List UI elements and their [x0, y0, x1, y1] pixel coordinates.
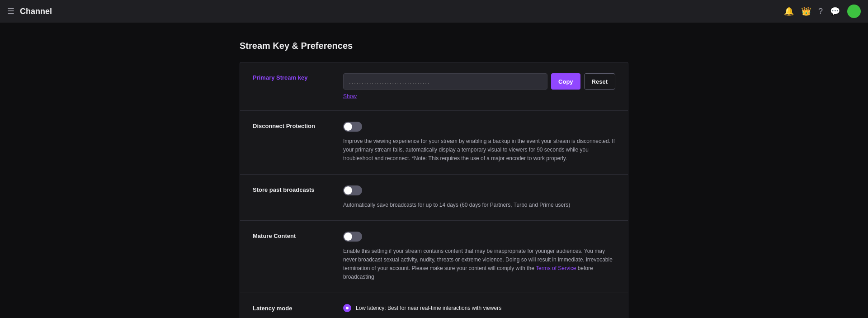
chat-icon[interactable]: 💬	[830, 6, 840, 16]
disconnect-toggle-wrapper	[343, 122, 615, 132]
disconnect-protection-description: Improve the viewing experience for your …	[343, 137, 615, 163]
store-past-broadcasts-label-col: Store past broadcasts	[253, 185, 343, 209]
store-past-broadcasts-content: Automatically save broadcasts for up to …	[343, 185, 615, 209]
latency-mode-label-col: Latency mode	[253, 304, 343, 318]
crown-icon[interactable]: 👑	[801, 6, 811, 16]
store-past-broadcasts-label: Store past broadcasts	[253, 186, 315, 193]
help-icon[interactable]: ?	[818, 7, 823, 16]
primary-stream-key-label-col: Primary Stream key	[253, 73, 343, 100]
settings-card: Primary Stream key Copy Reset Show Disco…	[240, 62, 628, 318]
primary-stream-key-label: Primary Stream key	[253, 74, 307, 81]
latency-mode-content: Low latency: Best for near real-time int…	[343, 304, 615, 318]
primary-stream-key-content: Copy Reset Show	[343, 73, 615, 100]
avatar[interactable]	[847, 5, 861, 18]
stream-key-input[interactable]	[343, 73, 547, 90]
disconnect-protection-label: Disconnect Protection	[253, 123, 315, 129]
mature-content-toggle-wrapper	[343, 232, 615, 242]
hamburger-menu-icon[interactable]: ☰	[7, 6, 14, 16]
mature-content-section: Mature Content Enable this setting if yo…	[240, 221, 628, 293]
nav-right: 🔔 👑 ? 💬	[784, 5, 861, 18]
low-latency-radio[interactable]	[343, 304, 351, 312]
store-past-broadcasts-section: Store past broadcasts Automatically save…	[240, 175, 628, 221]
page-title: Stream Key & Preferences	[240, 41, 628, 51]
toggle-knob	[344, 186, 352, 195]
latency-mode-section: Latency mode Low latency: Best for near …	[240, 293, 628, 318]
stream-key-row: Copy Reset	[343, 73, 615, 90]
mature-content-toggle[interactable]	[343, 232, 362, 242]
nav-left: ☰ Channel	[7, 6, 52, 16]
latency-mode-label: Latency mode	[253, 305, 292, 312]
disconnect-protection-label-col: Disconnect Protection	[253, 122, 343, 163]
disconnect-protection-content: Improve the viewing experience for your …	[343, 122, 615, 163]
show-link[interactable]: Show	[343, 93, 615, 100]
bell-icon[interactable]: 🔔	[784, 6, 794, 16]
store-past-broadcasts-description: Automatically save broadcasts for up to …	[343, 201, 615, 209]
toggle-knob	[344, 123, 352, 131]
mature-content-label-col: Mature Content	[253, 232, 343, 282]
nav-title: Channel	[20, 7, 52, 16]
terms-of-service-link[interactable]: Terms of Service	[536, 265, 576, 271]
store-broadcasts-toggle-wrapper	[343, 185, 615, 195]
page-content: Stream Key & Preferences Primary Stream …	[231, 23, 637, 318]
primary-stream-key-section: Primary Stream key Copy Reset Show	[240, 62, 628, 111]
toggle-knob	[344, 233, 352, 241]
mature-content-label: Mature Content	[253, 233, 296, 239]
mature-content-description: Enable this setting if your stream conta…	[343, 247, 615, 282]
low-latency-label: Low latency: Best for near real-time int…	[356, 305, 501, 311]
disconnect-protection-section: Disconnect Protection Improve the viewin…	[240, 111, 628, 175]
disconnect-protection-toggle[interactable]	[343, 122, 362, 132]
copy-button[interactable]: Copy	[551, 73, 580, 90]
low-latency-row: Low latency: Best for near real-time int…	[343, 304, 615, 312]
top-navigation: ☰ Channel 🔔 👑 ? 💬	[0, 0, 868, 23]
store-past-broadcasts-toggle[interactable]	[343, 185, 362, 195]
reset-button[interactable]: Reset	[584, 73, 615, 90]
mature-content-content: Enable this setting if your stream conta…	[343, 232, 615, 282]
